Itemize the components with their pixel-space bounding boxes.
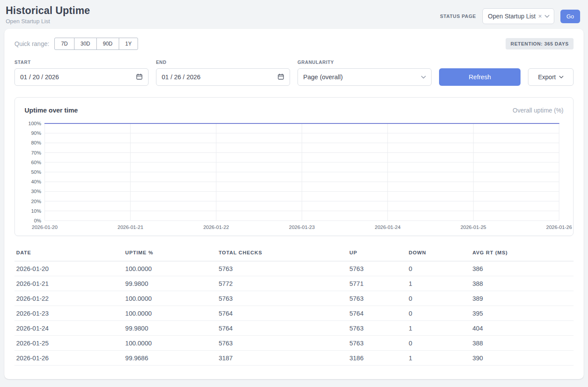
start-date-input[interactable]: 01 / 20 / 2026 — [14, 68, 149, 86]
table-row: 2026-01-22100.0000576357630389 — [14, 291, 574, 306]
start-date-value: 01 / 20 / 2026 — [20, 74, 59, 81]
refresh-button[interactable]: Refresh — [439, 68, 521, 86]
chevron-down-icon — [559, 76, 563, 78]
table-header: DATE UPTIME % TOTAL CHECKS UP DOWN AVG R… — [14, 246, 574, 261]
uptime-line-chart: 0%10%20%30%40%50%60%70%80%90%100%2026-01… — [25, 120, 563, 230]
end-date-value: 01 / 26 / 2026 — [162, 74, 201, 81]
table-row: 2026-01-2199.9800577257711388 — [14, 276, 574, 291]
end-date-input[interactable]: 01 / 26 / 2026 — [156, 68, 290, 86]
svg-text:2026-01-26: 2026-01-26 — [546, 225, 572, 230]
table-row: 2026-01-25100.0000576357630388 — [14, 336, 574, 351]
chevron-down-icon — [421, 76, 426, 79]
top-bar: Historical Uptime Open Startup List STAT… — [0, 0, 588, 28]
granularity-select[interactable]: Page (overall) — [298, 68, 432, 86]
table-cell: 390 — [471, 351, 574, 366]
table-cell: 100.0000 — [124, 336, 217, 351]
quick-range-30d-button[interactable]: 30D — [74, 38, 97, 50]
svg-text:2026-01-23: 2026-01-23 — [289, 225, 315, 230]
svg-text:2026-01-20: 2026-01-20 — [32, 225, 58, 230]
svg-text:2026-01-21: 2026-01-21 — [117, 225, 143, 230]
table-cell: 395 — [471, 306, 574, 321]
page-title: Historical Uptime — [6, 5, 90, 17]
header-total-checks: TOTAL CHECKS — [217, 246, 348, 261]
calendar-icon[interactable] — [277, 73, 284, 81]
svg-text:0%: 0% — [34, 218, 41, 223]
table-cell: 389 — [471, 291, 574, 306]
svg-text:10%: 10% — [31, 208, 41, 214]
header-date: DATE — [14, 246, 124, 261]
table-cell: 5763 — [347, 321, 407, 336]
header-down: DOWN — [407, 246, 471, 261]
clear-selection-icon[interactable]: × — [538, 13, 542, 19]
svg-text:40%: 40% — [31, 179, 41, 184]
svg-text:2026-01-24: 2026-01-24 — [375, 225, 400, 230]
granularity-selected-value: Page (overall) — [303, 74, 343, 81]
table-cell: 5764 — [347, 306, 407, 321]
quick-range-1y-button[interactable]: 1Y — [119, 38, 138, 50]
table-cell: 2026-01-22 — [14, 291, 124, 306]
table-cell: 2026-01-25 — [14, 336, 124, 351]
export-button-label: Export — [538, 74, 556, 81]
table-cell: 100.0000 — [124, 291, 217, 306]
svg-text:80%: 80% — [31, 140, 41, 145]
quick-range-7d-button[interactable]: 7D — [54, 38, 74, 50]
table-cell: 388 — [471, 276, 574, 291]
granularity-label: GRANULARITY — [298, 60, 432, 65]
main-card: Quick range: 7D 30D 90D 1Y RETENTION: 36… — [4, 29, 584, 379]
chart-title: Uptime over time — [25, 106, 78, 114]
table-cell: 1 — [407, 276, 471, 291]
table-cell: 0 — [407, 291, 471, 306]
table-cell: 3186 — [347, 351, 407, 366]
svg-text:50%: 50% — [31, 169, 41, 175]
calendar-icon[interactable] — [136, 73, 143, 81]
table-cell: 5763 — [347, 291, 407, 306]
page-subtitle: Open Startup List — [6, 18, 90, 25]
table-cell: 2026-01-24 — [14, 321, 124, 336]
controls-row: START 01 / 20 / 2026 END 01 / 26 / 2026 — [14, 60, 574, 86]
table-cell: 2026-01-23 — [14, 306, 124, 321]
table-cell: 5772 — [217, 276, 348, 291]
table-cell: 0 — [407, 336, 471, 351]
table-cell: 0 — [407, 261, 471, 276]
table-cell: 404 — [471, 321, 574, 336]
table-cell: 5764 — [217, 321, 348, 336]
table-cell: 99.9800 — [124, 321, 217, 336]
table-row: 2026-01-20100.0000576357630386 — [14, 261, 574, 276]
table-cell: 386 — [471, 261, 574, 276]
svg-text:2026-01-25: 2026-01-25 — [460, 225, 486, 230]
table-cell: 99.9800 — [124, 276, 217, 291]
table-cell: 2026-01-21 — [14, 276, 124, 291]
header-up: UP — [347, 246, 407, 261]
table-row: 2026-01-23100.0000576457640395 — [14, 306, 574, 321]
granularity-field: GRANULARITY Page (overall) — [298, 60, 432, 86]
table-cell: 1 — [407, 351, 471, 366]
table-row: 2026-01-2499.9800576457631404 — [14, 321, 574, 336]
status-page-selected-value: Open Startup List — [488, 13, 536, 20]
export-button[interactable]: Export — [528, 68, 574, 86]
table-cell: 2026-01-26 — [14, 351, 124, 366]
status-page-select[interactable]: Open Startup List × — [482, 8, 554, 24]
chart-legend: Overall uptime (%) — [513, 107, 563, 114]
svg-text:20%: 20% — [31, 199, 41, 204]
table-cell: 5763 — [347, 261, 407, 276]
quick-range-row: Quick range: 7D 30D 90D 1Y RETENTION: 36… — [14, 38, 574, 50]
table-cell: 388 — [471, 336, 574, 351]
table-cell: 5764 — [217, 306, 348, 321]
table-cell: 3187 — [217, 351, 348, 366]
svg-text:2026-01-22: 2026-01-22 — [203, 225, 229, 230]
start-date-label: START — [14, 60, 149, 65]
table-body: 2026-01-20100.00005763576303862026-01-21… — [14, 261, 574, 366]
table-cell: 5763 — [347, 336, 407, 351]
quick-range-90d-button[interactable]: 90D — [96, 38, 119, 50]
table-cell: 5771 — [347, 276, 407, 291]
table-cell: 2026-01-20 — [14, 261, 124, 276]
table-cell: 99.9686 — [124, 351, 217, 366]
svg-text:70%: 70% — [31, 150, 41, 155]
table-cell: 5763 — [217, 291, 348, 306]
uptime-chart-card: Uptime over time Overall uptime (%) 0%10… — [14, 97, 574, 236]
chart-header: Uptime over time Overall uptime (%) — [25, 106, 563, 114]
go-button[interactable]: Go — [560, 10, 580, 23]
table-cell: 1 — [407, 321, 471, 336]
svg-text:60%: 60% — [31, 160, 41, 165]
table-cell: 100.0000 — [124, 306, 217, 321]
